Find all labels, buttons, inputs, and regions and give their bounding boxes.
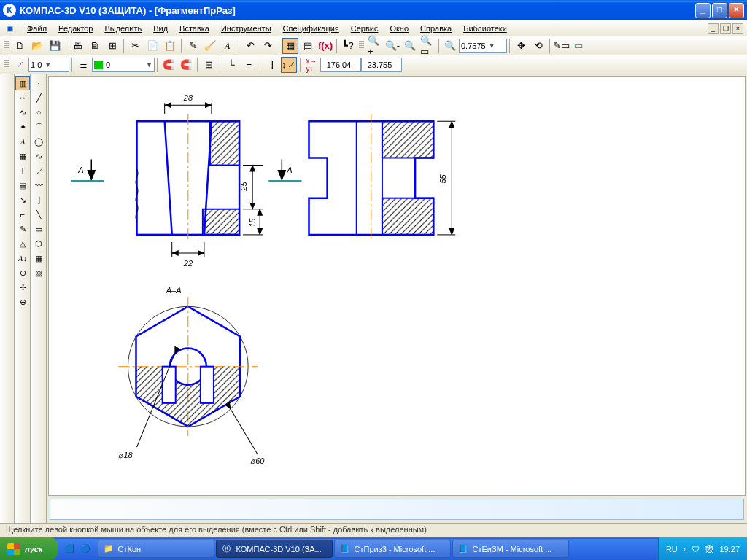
symbol-icon[interactable]: ✦: [15, 120, 30, 134]
assemble-icon[interactable]: ▦: [31, 251, 46, 265]
left-collapsed-panel[interactable]: [0, 74, 15, 523]
orbit-icon[interactable]: ⟲: [530, 38, 546, 54]
menu-file[interactable]: Файл: [21, 22, 53, 35]
properties-icon[interactable]: ✎: [185, 38, 201, 54]
zoom-fit-icon[interactable]: 🔍▭: [419, 38, 436, 54]
format-icon[interactable]: 𝐴: [220, 38, 236, 54]
show-all-icon[interactable]: ▭: [570, 38, 587, 54]
grid-icon[interactable]: ⊞: [201, 57, 217, 73]
toolbar-grip[interactable]: [4, 58, 9, 72]
polyline-icon[interactable]: ⩘: [31, 163, 46, 178]
rect-icon[interactable]: ▭: [31, 222, 46, 236]
mdi-minimize[interactable]: _: [708, 23, 719, 34]
mdi-close[interactable]: ×: [732, 23, 743, 34]
tray-arrow-icon[interactable]: ‹: [684, 545, 686, 553]
surface-icon[interactable]: △: [15, 236, 30, 251]
redo-icon[interactable]: ↷: [260, 38, 276, 54]
menu-spec[interactable]: Спецификация: [277, 22, 345, 35]
zoom-window-icon[interactable]: 🔍: [402, 38, 418, 54]
task-stkon[interactable]: 📁СтКон: [98, 540, 214, 558]
round-icon[interactable]: ⌋: [263, 57, 279, 73]
close-button[interactable]: ×: [729, 3, 744, 18]
refresh-icon[interactable]: ✎▭: [553, 38, 569, 54]
text-icon[interactable]: ∿: [15, 105, 30, 120]
task-word-1[interactable]: 📘СтПриз3 - Microsoft ...: [334, 540, 451, 558]
layer-combo[interactable]: 0▼: [92, 58, 155, 72]
menu-view[interactable]: Вид: [147, 22, 174, 35]
new-icon[interactable]: 🗋: [12, 38, 28, 54]
menu-help[interactable]: Справка: [414, 22, 457, 35]
tray-lang[interactable]: RU: [666, 545, 678, 553]
ortho-a-icon[interactable]: └: [223, 57, 239, 73]
ql-app-icon[interactable]: 🔵: [80, 543, 91, 555]
attr-icon[interactable]: ✢: [15, 280, 30, 295]
coord-x-field[interactable]: -176.04: [320, 58, 361, 72]
minimize-button[interactable]: _: [695, 3, 711, 18]
line-icon[interactable]: ╱: [31, 90, 46, 105]
line-style-icon[interactable]: ⟋: [12, 57, 28, 73]
tile-icon[interactable]: ⊞: [104, 38, 120, 54]
snap-magnet-b-icon[interactable]: 🧲: [178, 57, 194, 73]
measure-icon[interactable]: T: [15, 163, 30, 178]
dim-icon[interactable]: ↔: [15, 90, 30, 105]
point-icon[interactable]: ·: [31, 76, 46, 90]
coord-icon[interactable]: ↕⟋: [281, 57, 297, 73]
paste-icon[interactable]: 📋: [162, 38, 178, 54]
linestyle-combo[interactable]: 1.0▼: [28, 58, 69, 72]
whats-this-icon[interactable]: ┗?: [340, 38, 356, 54]
bezier-icon[interactable]: 〰: [31, 178, 46, 192]
snap-magnet-a-icon[interactable]: 🧲: [160, 57, 177, 73]
tray-net-icon[interactable]: 🕸: [705, 545, 713, 553]
delete-icon[interactable]: 🧹: [202, 38, 218, 54]
select-icon[interactable]: ▤: [15, 178, 30, 192]
cut-icon[interactable]: ✂: [127, 38, 143, 54]
rough-icon[interactable]: 𝐴↓: [15, 251, 30, 265]
menu-insert[interactable]: Вставка: [174, 22, 215, 35]
zoom-scale-icon[interactable]: 🔍: [442, 38, 458, 54]
drawing-canvas[interactable]: 28 22 25 15 А А: [48, 76, 746, 496]
mdi-restore[interactable]: ❐: [720, 23, 731, 34]
manager-icon[interactable]: ▦: [282, 38, 298, 54]
geom-icon[interactable]: ▥: [15, 76, 30, 90]
param-icon[interactable]: ▦: [15, 149, 30, 163]
spec-icon[interactable]: ↘: [15, 192, 30, 207]
menu-select[interactable]: Выделить: [98, 22, 147, 35]
ortho-b-icon[interactable]: ⌐: [241, 57, 257, 73]
document-icon[interactable]: ▣: [4, 23, 15, 34]
line-type-icon[interactable]: ✎: [15, 222, 30, 236]
toolbar-grip[interactable]: [359, 39, 364, 53]
menu-editor[interactable]: Редактор: [53, 22, 98, 35]
arc-icon[interactable]: ⌒: [31, 120, 46, 134]
tray-shield-icon[interactable]: 🛡: [692, 545, 700, 553]
tray-clock[interactable]: 19:27: [719, 545, 740, 553]
zoom-out-icon[interactable]: 🔍-: [384, 38, 400, 54]
pan-icon[interactable]: ✥: [513, 38, 529, 54]
menu-tools[interactable]: Инструменты: [215, 22, 277, 35]
cpoint-icon[interactable]: ⊕: [15, 295, 30, 309]
circle-icon[interactable]: ○: [31, 105, 46, 120]
toolbar-grip[interactable]: [4, 39, 9, 53]
report-icon[interactable]: ⌐: [15, 207, 30, 222]
layer-icon[interactable]: ≣: [75, 57, 91, 73]
hatch-icon[interactable]: ▨: [31, 265, 46, 280]
ql-desktop-icon[interactable]: 🟦: [63, 543, 75, 555]
menu-libs[interactable]: Библиотеки: [457, 22, 513, 35]
copy-icon[interactable]: 📄: [144, 38, 160, 54]
polygon-icon[interactable]: ⬡: [31, 236, 46, 251]
save-icon[interactable]: 💾: [47, 38, 63, 54]
fx-icon[interactable]: f(x): [317, 38, 333, 54]
undo-icon[interactable]: ↶: [242, 38, 258, 54]
chamfer-icon[interactable]: ╲: [31, 207, 46, 222]
start-button[interactable]: пуск: [0, 537, 58, 560]
coord-y-field[interactable]: -23.755: [361, 58, 402, 72]
menu-window[interactable]: Окно: [384, 22, 414, 35]
zoom-in-icon[interactable]: 🔍+: [367, 38, 383, 54]
print-icon[interactable]: 🖶: [69, 38, 85, 54]
ellipse-icon[interactable]: ◯: [31, 134, 46, 149]
task-kompas[interactable]: ⓀКОМПАС-3D V10 (ЗА...: [216, 540, 333, 558]
menu-service[interactable]: Сервис: [345, 22, 384, 35]
library-icon[interactable]: ⊙: [15, 265, 30, 280]
zoom-combo[interactable]: 0.7575▼: [459, 39, 507, 53]
vars-icon[interactable]: ▤: [300, 38, 316, 54]
spline-icon[interactable]: ∿: [31, 149, 46, 163]
